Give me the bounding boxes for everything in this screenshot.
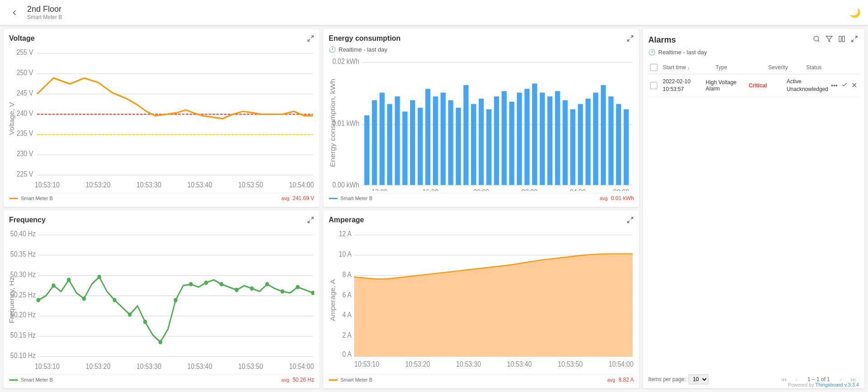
dark-mode-toggle[interactable]: 🌙	[849, 7, 861, 18]
alarms-toolbar	[812, 34, 859, 45]
svg-line-25	[631, 36, 633, 38]
alarms-table-header: Start time ↓ Type Severity Status	[648, 61, 859, 74]
alarm-clear-icon[interactable]: ✕	[850, 80, 858, 91]
main-grid: Voltage 255 V 250 V 245 V 240 V 235 V 23…	[0, 25, 868, 392]
alarm-severity: Critical	[749, 82, 785, 89]
thingsboard-link[interactable]: Thingsboard v.3.3.4	[816, 382, 859, 387]
svg-point-104	[113, 298, 116, 302]
svg-point-103	[97, 275, 101, 279]
title-group: 2nd Floor Smart Meter B	[27, 5, 62, 20]
svg-rect-50	[486, 109, 491, 185]
frequency-card: Frequency 50.40 Hz 50.35 Hz 50.30 Hz 50.…	[4, 210, 320, 388]
svg-rect-41	[418, 108, 423, 185]
svg-text:10:53:10: 10:53:10	[354, 360, 379, 368]
alarm-type: High Voltage Alarm	[706, 79, 747, 92]
frequency-legend-dot	[9, 379, 18, 381]
svg-rect-60	[563, 100, 568, 185]
frequency-avg-value: 50.26 Hz	[292, 377, 314, 383]
alarm-more-icon[interactable]: •••	[830, 81, 839, 90]
frequency-chart: 50.40 Hz 50.35 Hz 50.30 Hz 50.25 Hz 50.2…	[9, 228, 314, 373]
frequency-expand-icon[interactable]	[307, 216, 314, 225]
svg-point-110	[204, 281, 208, 285]
svg-text:10:53:30: 10:53:30	[456, 360, 481, 368]
svg-rect-40	[410, 100, 415, 185]
svg-rect-45	[448, 100, 453, 185]
search-icon[interactable]	[812, 34, 821, 45]
svg-text:230 V: 230 V	[17, 149, 33, 158]
energy-realtime: 🕐 Realtime - last day	[329, 46, 634, 53]
svg-rect-61	[570, 109, 575, 185]
col-type: Type	[716, 64, 767, 71]
svg-point-113	[250, 287, 254, 291]
energy-expand-icon[interactable]	[627, 35, 634, 44]
svg-text:10:54:00: 10:54:00	[609, 360, 634, 368]
svg-text:00:00: 00:00	[522, 188, 538, 191]
back-button[interactable]	[7, 5, 22, 20]
svg-text:225 V: 225 V	[17, 170, 33, 178]
amperage-avg-value: 8.82 A	[618, 377, 634, 383]
svg-text:Frequency, Hz: Frequency, Hz	[9, 277, 15, 324]
voltage-legend-label: Smart Meter B	[21, 196, 53, 201]
svg-text:10:53:50: 10:53:50	[238, 362, 263, 370]
svg-text:2 A: 2 A	[342, 331, 351, 339]
svg-point-117	[311, 291, 314, 295]
svg-line-82	[311, 217, 313, 220]
voltage-title: Voltage	[9, 34, 35, 43]
svg-rect-34	[364, 115, 369, 185]
filter-icon[interactable]	[825, 34, 834, 45]
select-all-checkbox[interactable]	[650, 64, 657, 71]
svg-text:Energy consumption, kWh: Energy consumption, kWh	[329, 79, 336, 167]
items-per-page-label: Items per page:	[648, 376, 686, 382]
svg-rect-67	[616, 104, 621, 185]
amperage-legend-label: Smart Meter B	[340, 377, 373, 382]
voltage-legend: Smart Meter B avg 241.69 V	[9, 193, 314, 201]
col-start-time[interactable]: Start time ↓	[663, 64, 714, 71]
svg-point-112	[235, 288, 238, 292]
svg-text:10:53:20: 10:53:20	[86, 181, 111, 189]
svg-text:50.35 Hz: 50.35 Hz	[10, 250, 36, 258]
svg-point-114	[265, 282, 269, 287]
col-status: Status	[806, 64, 857, 71]
alarm-checkbox[interactable]	[650, 82, 657, 89]
svg-rect-36	[380, 93, 385, 185]
amperage-avg-label: avg	[607, 377, 615, 382]
alarms-header: Alarms	[648, 34, 859, 45]
alarm-acknowledge-icon[interactable]	[840, 81, 849, 90]
svg-rect-58	[547, 96, 552, 185]
svg-text:10:54:00: 10:54:00	[289, 362, 314, 370]
svg-rect-63	[585, 99, 590, 185]
frequency-legend-label: Smart Meter B	[21, 377, 53, 382]
alarm-status: Active Unacknowledged	[787, 78, 828, 93]
alarm-start-time: 2022-02-10 10:53:57	[663, 78, 704, 93]
amperage-card: Amperage 12 A 10 A 8 A 6 A 4 A 2 A 0 A A…	[323, 210, 639, 388]
amperage-expand-icon[interactable]	[627, 216, 634, 225]
svg-point-107	[158, 340, 162, 344]
svg-rect-43	[433, 96, 438, 185]
alarms-realtime-label: Realtime - last day	[658, 49, 707, 56]
alarm-row: 2022-02-10 10:53:57 High Voltage Alarm C…	[648, 74, 859, 97]
svg-text:50.40 Hz: 50.40 Hz	[10, 229, 36, 238]
col-severity: Severity	[768, 64, 804, 71]
alarms-expand-icon[interactable]	[850, 34, 859, 45]
frequency-avg-label: avg	[281, 377, 289, 382]
svg-text:12:00: 12:00	[372, 188, 387, 191]
svg-text:10:53:40: 10:53:40	[188, 181, 212, 189]
svg-text:16:00: 16:00	[422, 188, 438, 191]
svg-rect-66	[609, 96, 613, 185]
columns-icon[interactable]	[837, 34, 846, 45]
svg-line-0	[311, 36, 313, 38]
voltage-expand-icon[interactable]	[307, 35, 314, 44]
svg-text:8 A: 8 A	[342, 270, 351, 278]
svg-text:10:53:10: 10:53:10	[35, 362, 60, 370]
svg-rect-64	[593, 93, 598, 185]
voltage-avg-label: avg	[281, 196, 289, 201]
svg-rect-78	[839, 36, 841, 42]
items-per-page-select[interactable]: 10 25 50	[689, 374, 708, 384]
svg-rect-44	[441, 93, 446, 185]
svg-rect-54	[517, 93, 522, 185]
svg-text:250 V: 250 V	[17, 68, 33, 76]
svg-rect-42	[425, 89, 430, 185]
svg-line-80	[855, 36, 857, 38]
svg-text:10:53:40: 10:53:40	[188, 362, 212, 370]
svg-point-116	[296, 285, 299, 289]
